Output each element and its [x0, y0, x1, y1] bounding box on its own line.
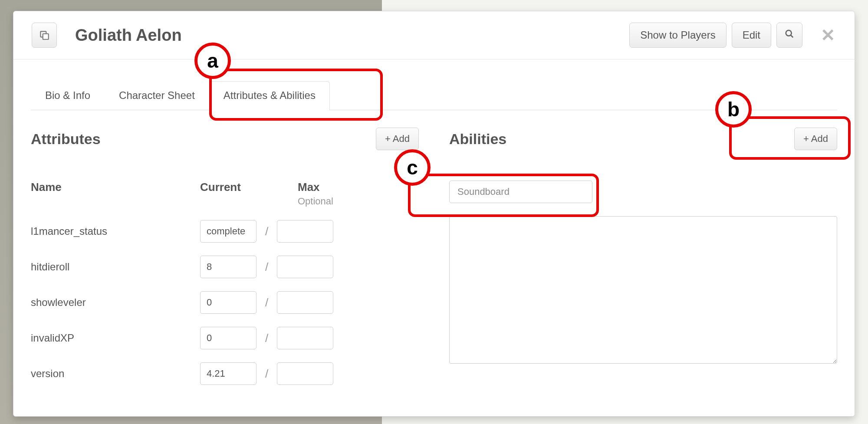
attribute-row: version / [31, 362, 419, 385]
attribute-name: version [31, 368, 200, 380]
col-head-name: Name [31, 181, 200, 207]
slash-divider: / [265, 367, 268, 381]
add-ability-button[interactable]: + Add [794, 128, 837, 150]
col-head-current: Current [200, 181, 298, 207]
attribute-current-input[interactable] [200, 327, 256, 349]
tab-attributes-abilities[interactable]: Attributes & Abilities [209, 81, 330, 110]
col-head-max-optional: Optional [298, 196, 419, 207]
attribute-name: invalidXP [31, 332, 200, 344]
attribute-row: invalidXP / [31, 327, 419, 349]
attribute-name: hitdieroll [31, 261, 200, 273]
attribute-row: showleveler / [31, 291, 419, 314]
tab-bio-info[interactable]: Bio & Info [31, 81, 105, 110]
attribute-max-input[interactable] [277, 362, 333, 385]
attributes-column: Attributes + Add Name Current Max Option… [31, 128, 419, 385]
slash-divider: / [265, 332, 268, 345]
search-button[interactable] [776, 23, 802, 48]
add-attribute-button[interactable]: + Add [376, 128, 419, 150]
attribute-current-input[interactable] [200, 291, 256, 314]
abilities-column: Abilities + Add [449, 128, 837, 385]
col-head-max: Max Optional [298, 181, 419, 207]
slash-divider: / [265, 225, 268, 238]
attribute-current-input[interactable] [200, 220, 256, 243]
attributes-title: Attributes [31, 131, 101, 148]
popout-icon [39, 30, 50, 41]
slash-divider: / [265, 296, 268, 309]
edit-button[interactable]: Edit [732, 23, 771, 48]
attribute-row: hitdieroll / [31, 256, 419, 278]
tab-bar: Bio & Info Character Sheet Attributes & … [31, 81, 837, 110]
attribute-row: l1mancer_status / [31, 220, 419, 243]
slash-divider: / [265, 260, 268, 274]
character-dialog: Goliath Aelon Show to Players Edit ✕ Bio… [13, 11, 855, 417]
abilities-header: Abilities + Add [449, 128, 837, 150]
attribute-max-input[interactable] [277, 327, 333, 349]
abilities-title: Abilities [449, 131, 506, 148]
svg-rect-1 [43, 34, 49, 39]
ability-name-input[interactable] [449, 181, 592, 203]
attributes-table-head: Name Current Max Optional [31, 181, 419, 207]
attribute-name: showleveler [31, 296, 200, 309]
ability-body-textarea[interactable] [449, 216, 837, 364]
attribute-max-input[interactable] [277, 220, 333, 243]
attribute-max-input[interactable] [277, 291, 333, 314]
tab-character-sheet[interactable]: Character Sheet [105, 81, 209, 110]
header-actions: Show to Players Edit ✕ [629, 23, 839, 48]
dialog-body: Bio & Info Character Sheet Attributes & … [13, 68, 855, 416]
svg-line-3 [791, 35, 793, 38]
attribute-current-input[interactable] [200, 362, 256, 385]
attribute-max-input[interactable] [277, 256, 333, 278]
attribute-name: l1mancer_status [31, 225, 200, 237]
search-icon [785, 29, 794, 39]
attributes-header: Attributes + Add [31, 128, 419, 150]
attribute-current-input[interactable] [200, 256, 256, 278]
dialog-header: Goliath Aelon Show to Players Edit ✕ [13, 11, 855, 59]
close-icon[interactable]: ✕ [821, 25, 835, 45]
svg-point-2 [786, 30, 792, 36]
character-name: Goliath Aelon [75, 26, 182, 45]
col-head-max-label: Max [298, 181, 320, 194]
popout-button[interactable] [32, 23, 57, 48]
content-columns: Attributes + Add Name Current Max Option… [31, 128, 837, 385]
show-to-players-button[interactable]: Show to Players [629, 23, 726, 48]
